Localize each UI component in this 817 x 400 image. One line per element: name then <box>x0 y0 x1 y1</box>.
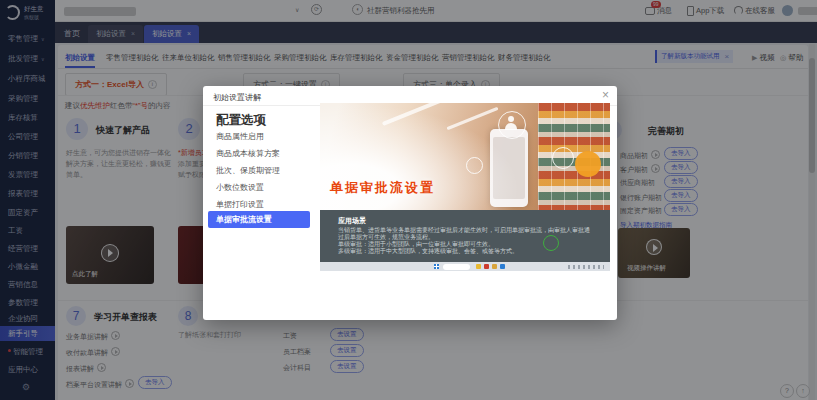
video-slide-panel: 应用场景 当销货单、进货单等业务单据需要经过审批后才能生效时，可启用单据审批流，… <box>320 210 610 262</box>
video-slide-photo: 单据审批流设置 <box>320 103 610 210</box>
slide-section-title: 应用场景 <box>338 216 366 226</box>
modal-title: 初始设置讲解 <box>213 92 261 103</box>
taskbar-search-box <box>443 264 470 270</box>
windows-start-icon <box>434 264 439 269</box>
option-item-cost-method[interactable]: 商品成本核算方案 <box>216 148 280 159</box>
slide-title: 单据审批流设置 <box>330 179 435 197</box>
video-windows-taskbar <box>320 262 610 271</box>
orange-dot-graphic <box>575 151 601 177</box>
grid-icon <box>552 147 574 169</box>
options-title: 配置选项 <box>216 112 266 129</box>
app-screen: 好生意 旗舰版 零售管理∨ 批发管理∨ 小程序商城 采购管理 库存核算 公司管理… <box>0 0 817 400</box>
option-item-attributes[interactable]: 商品属性启用 <box>216 131 264 142</box>
option-item-decimal[interactable]: 小数位数设置 <box>216 182 264 193</box>
taskbar-app-icon <box>484 264 489 269</box>
setup-guide-modal: 初始设置讲解 × 配置选项 商品属性启用 商品成本核算方案 批次、保质期管理 小… <box>203 86 617 320</box>
tutorial-video-player[interactable]: 单据审批流设置 应用场景 当销货单、进货单等业务单据需要经过审批后才能生效时，可… <box>320 103 610 271</box>
taskbar-app-icon <box>476 264 481 269</box>
taskbar-app-icon <box>500 264 505 269</box>
option-item-batch-expiry[interactable]: 批次、保质期管理 <box>216 165 280 176</box>
taskbar-app-icon <box>492 264 497 269</box>
close-icon[interactable]: × <box>602 88 609 102</box>
option-item-approval-flow-selected[interactable]: 单据审批流设置 <box>208 211 310 228</box>
green-circle-annotation <box>543 235 559 251</box>
taskbar-tray <box>568 265 604 269</box>
option-item-print-setting[interactable]: 单据打印设置 <box>216 199 264 210</box>
